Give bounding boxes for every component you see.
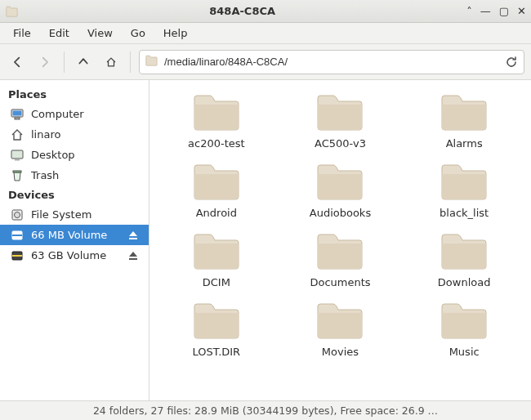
sidebar-item-label: 66 MB Volume [31,229,107,241]
sidebar: PlacesComputerlinaroDesktopTrashDevicesF… [0,80,149,400]
sidebar-item-trash[interactable]: Trash [0,165,149,185]
folder-icon [192,300,241,341]
removable-dark-icon [10,248,25,263]
desktop-icon [10,148,25,163]
folder-item[interactable]: Audiobooks [283,161,397,219]
folder-label: Audiobooks [283,207,397,219]
sidebar-header: Places [0,85,149,104]
removable-icon [10,228,25,243]
folder-icon [315,92,364,132]
folder-label: Music [407,346,521,358]
close-button[interactable]: ✕ [517,5,526,17]
folder-icon [440,300,489,341]
folder-label: Alarms [407,137,521,150]
statusbar: 24 folders, 27 files: 28.9 MiB (30344199… [0,400,531,420]
window-title: 848A-C8CA [23,5,462,17]
menu-go[interactable]: Go [123,25,154,42]
minimize-button[interactable]: — [480,5,491,17]
folder-item[interactable]: Android [159,161,274,219]
svg-rect-4 [11,150,23,159]
folder-label: black_list [407,207,521,219]
folder-label: DCIM [159,276,274,288]
titlebar: 848A-C8CA ˄ — ▢ ✕ [0,0,531,23]
folder-item[interactable]: LOST.DIR [159,300,274,358]
folder-item[interactable]: DCIM [159,230,274,288]
folder-item[interactable]: Movies [283,300,397,358]
menu-indicator-icon[interactable]: ˄ [466,5,472,17]
folder-label: AC500-v3 [283,137,397,150]
app-icon [5,5,18,18]
svg-rect-6 [13,171,21,172]
folder-label: Download [407,276,521,288]
folder-icon [315,230,364,271]
sidebar-item-label: File System [31,208,91,221]
folder-label: Movies [283,346,397,358]
folder-label: Documents [283,276,397,288]
reload-button[interactable] [504,55,519,69]
sidebar-item-label: Desktop [31,149,75,161]
sidebar-item-desktop[interactable]: Desktop [0,145,149,165]
menu-view[interactable]: View [79,25,121,42]
harddisk-icon [10,208,25,222]
eject-icon[interactable] [127,230,139,241]
computer-icon [10,107,25,122]
home-button[interactable] [100,50,122,74]
folder-icon [440,230,489,271]
sidebar-item-label: 63 GB Volume [31,249,106,261]
folder-item[interactable]: black_list [407,161,521,219]
menu-help[interactable]: Help [155,25,196,42]
folder-label: Android [159,207,274,219]
folder-icon [192,161,241,202]
sidebar-item-label: Computer [31,108,84,120]
folder-icon [145,54,158,69]
file-pane[interactable]: ac200-testAC500-v3AlarmsAndroidAudiobook… [149,80,531,400]
toolbar-separator [64,51,65,73]
svg-rect-3 [15,118,20,119]
trash-icon [10,168,25,183]
toolbar [0,44,531,80]
folder-item[interactable]: AC500-v3 [283,92,397,150]
sidebar-item-linaro[interactable]: linaro [0,124,149,145]
svg-rect-5 [15,159,20,161]
parent-button[interactable] [73,50,94,74]
folder-icon [315,300,364,341]
menubar: FileEditViewGoHelp [0,23,531,44]
folder-item[interactable]: ac200-test [159,92,274,150]
sidebar-item-computer[interactable]: Computer [0,104,149,124]
folder-icon [315,161,364,202]
svg-rect-2 [13,110,22,115]
menu-file[interactable]: File [5,25,39,42]
back-button[interactable] [7,50,28,74]
folder-item[interactable]: Music [407,300,521,358]
menu-edit[interactable]: Edit [41,25,78,42]
sidebar-item-63-gb-volume[interactable]: 63 GB Volume [0,245,149,266]
folder-icon [192,92,241,132]
eject-icon[interactable] [127,250,139,261]
svg-rect-12 [12,255,22,257]
sidebar-item-label: linaro [31,128,60,141]
svg-rect-10 [12,235,22,236]
folder-icon [440,161,489,202]
maximize-button[interactable]: ▢ [499,5,509,17]
folder-label: LOST.DIR [159,346,274,358]
toolbar-separator [130,51,131,73]
folder-item[interactable]: Alarms [407,92,521,150]
folder-item[interactable]: Documents [283,230,397,288]
sidebar-item-label: Trash [31,169,59,181]
path-input[interactable] [163,55,499,69]
sidebar-header: Devices [0,185,149,204]
folder-icon [440,92,489,132]
sidebar-item-file-system[interactable]: File System [0,204,149,225]
sidebar-item-66-mb-volume[interactable]: 66 MB Volume [0,225,149,245]
folder-label: ac200-test [159,137,274,150]
home-icon [10,127,25,142]
forward-button[interactable] [34,50,56,74]
path-bar[interactable] [139,50,524,74]
folder-item[interactable]: Download [407,230,521,288]
svg-point-8 [15,212,20,217]
folder-icon [192,230,241,271]
